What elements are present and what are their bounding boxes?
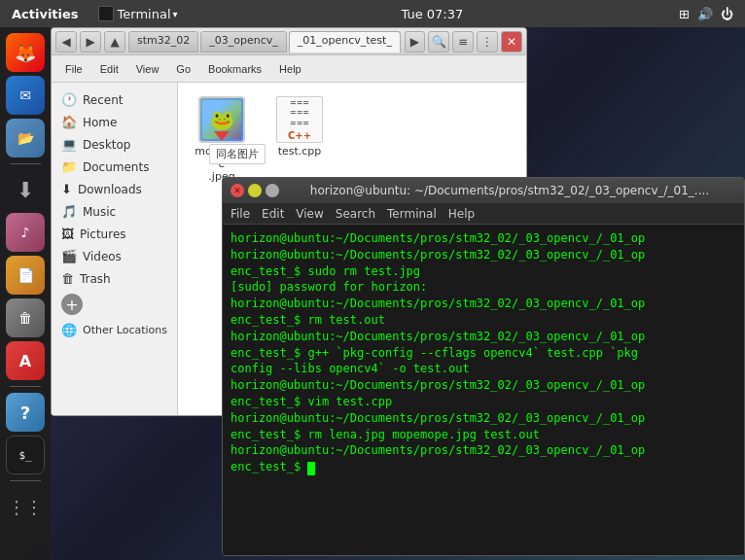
downloads-icon: ⬇ bbox=[61, 182, 72, 196]
term-line-10: horizon@ubuntu:~/Documents/pros/stm32_02… bbox=[231, 377, 736, 394]
pictures-icon: 🖼 bbox=[61, 227, 74, 241]
terminal-minimize-button[interactable] bbox=[248, 184, 262, 197]
fm-search-button[interactable]: 🔍 bbox=[428, 31, 449, 52]
duplicate-tooltip-text: 同名图片 bbox=[216, 148, 259, 160]
sidebar-label-desktop: Desktop bbox=[83, 138, 131, 152]
documents-icon: 📁 bbox=[61, 159, 77, 174]
appstore-icon: A bbox=[19, 352, 31, 370]
power-icon[interactable]: ⏻ bbox=[721, 7, 733, 21]
sidebar-item-videos[interactable]: 🎬 Videos bbox=[52, 245, 177, 267]
fm-back-button[interactable]: ◀ bbox=[55, 31, 77, 52]
dock-docviewer[interactable]: 📄 bbox=[6, 256, 45, 295]
file-item-testcpp[interactable]: === === === C++ test.cpp bbox=[266, 92, 334, 187]
help-icon: ? bbox=[20, 402, 30, 423]
music-folder-icon: 🎵 bbox=[61, 204, 77, 219]
dock-terminal[interactable]: $_ bbox=[6, 436, 45, 474]
fm-forward-button[interactable]: ▶ bbox=[80, 31, 101, 52]
docviewer-icon: 📄 bbox=[18, 267, 34, 283]
terminal-menu-file[interactable]: File bbox=[231, 207, 250, 221]
dock-download[interactable]: ⬇ bbox=[6, 170, 45, 209]
desktop: Activities Terminal ▾ Tue 07:37 ⊞ 🔊 ⏻ 🦊 … bbox=[0, 0, 745, 560]
fm-up-button[interactable]: ▲ bbox=[104, 31, 125, 52]
dock-files[interactable]: 📂 bbox=[6, 119, 45, 158]
fm-menu-help[interactable]: Help bbox=[273, 61, 307, 77]
fm-menu-file[interactable]: File bbox=[59, 61, 89, 77]
fm-view-button[interactable]: ≡ bbox=[452, 31, 474, 52]
sidebar-item-pictures[interactable]: 🖼 Pictures bbox=[52, 223, 177, 245]
term-line-4: [sudo] password for horizon: bbox=[231, 279, 736, 296]
fm-menu-bookmarks[interactable]: Bookmarks bbox=[202, 61, 267, 77]
terminal-close-button[interactable]: ✕ bbox=[231, 184, 244, 197]
fm-tab-opencv-test[interactable]: _01_opencv_test_ bbox=[289, 31, 401, 52]
term-line-8: enc_test_$ g++ `pkg-config --cflags open… bbox=[231, 345, 736, 362]
file-icon-testcpp: === === === C++ bbox=[276, 96, 323, 143]
fm-sidebar: 🕐 Recent 🏠 Home 💻 Desktop 📁 Documents ⬇ bbox=[52, 83, 178, 415]
terminal-maximize-button[interactable] bbox=[266, 184, 279, 197]
dock-firefox[interactable]: 🦊 bbox=[6, 33, 45, 72]
activities-button[interactable]: Activities bbox=[0, 0, 90, 27]
term-line-15: enc_test_$ bbox=[231, 459, 736, 475]
dock-appstore[interactable]: A bbox=[6, 341, 45, 380]
fm-menu-view[interactable]: View bbox=[130, 61, 165, 77]
sidebar-item-desktop[interactable]: 💻 Desktop bbox=[52, 133, 177, 156]
image-emoji: 🐸 bbox=[210, 108, 234, 131]
network-icon[interactable]: ⊞ bbox=[679, 7, 690, 21]
dock-separator-1 bbox=[10, 163, 41, 164]
term-line-12: horizon@ubuntu:~/Documents/pros/stm32_02… bbox=[231, 410, 736, 427]
fm-menu-go[interactable]: Go bbox=[170, 61, 196, 77]
sidebar-item-trash[interactable]: 🗑 Trash bbox=[52, 267, 177, 290]
desktop-icon: 💻 bbox=[61, 137, 77, 152]
dock-trash[interactable]: 🗑 bbox=[6, 298, 45, 337]
top-bar: Activities Terminal ▾ Tue 07:37 ⊞ 🔊 ⏻ bbox=[0, 0, 745, 27]
fm-path-tabs: stm32_02 _03_opencv_ _01_opencv_test_ ▶ bbox=[128, 31, 425, 52]
cpp-file-icon: === === === C++ bbox=[276, 96, 323, 143]
recent-icon: 🕐 bbox=[61, 92, 77, 107]
fm-navbar: ◀ ▶ ▲ stm32_02 _03_opencv_ _01_opencv_te… bbox=[52, 28, 526, 55]
terminal-menu-edit[interactable]: Edit bbox=[262, 207, 284, 221]
sidebar-item-music[interactable]: 🎵 Music bbox=[52, 200, 177, 223]
terminal-menu-terminal[interactable]: Terminal bbox=[387, 207, 437, 221]
fm-tab-opencv[interactable]: _03_opencv_ bbox=[200, 31, 287, 52]
file-item-mopemope[interactable]: 🐸 mopemope.jpeg bbox=[188, 92, 256, 187]
clock-time: Tue 07:37 bbox=[401, 7, 463, 21]
trash-folder-icon: 🗑 bbox=[61, 271, 74, 286]
sidebar-label-home: Home bbox=[83, 116, 117, 129]
fm-menu-edit[interactable]: Edit bbox=[94, 61, 124, 77]
term-line-5: horizon@ubuntu:~/Documents/pros/stm32_02… bbox=[231, 296, 736, 312]
fm-tab-stm32[interactable]: stm32_02 bbox=[128, 31, 198, 52]
fm-tab-next[interactable]: ▶ bbox=[405, 31, 425, 52]
fm-right-buttons: 🔍 ≡ ⋮ ✕ bbox=[428, 31, 522, 52]
terminal-menu-help[interactable]: Help bbox=[448, 207, 475, 221]
sidebar-label-documents: Documents bbox=[83, 160, 149, 174]
sidebar-item-documents[interactable]: 📁 Documents bbox=[52, 156, 177, 178]
download-icon: ⬇ bbox=[17, 178, 34, 202]
dock-thunderbird[interactable]: ✉ bbox=[6, 76, 45, 115]
terminal-dropdown-arrow[interactable]: ▾ bbox=[173, 9, 178, 19]
terminal-taskbar-item[interactable]: Terminal ▾ bbox=[90, 6, 186, 21]
terminal-icon: $_ bbox=[18, 449, 31, 462]
add-bookmark-button[interactable]: + bbox=[61, 294, 83, 315]
sidebar-label-music: Music bbox=[83, 205, 116, 219]
sidebar-item-home[interactable]: 🏠 Home bbox=[52, 111, 177, 133]
fm-close-button[interactable]: ✕ bbox=[501, 31, 522, 52]
terminal-menu-view[interactable]: View bbox=[296, 207, 323, 221]
sidebar-item-downloads[interactable]: ⬇ Downloads bbox=[52, 178, 177, 200]
sidebar-item-other-locations[interactable]: 🌐 Other Locations bbox=[52, 319, 177, 341]
fm-options-button[interactable]: ⋮ bbox=[477, 31, 498, 52]
terminal-window: ✕ horizon@ubuntu: ~/Documents/pros/stm32… bbox=[222, 177, 745, 556]
file-icon-mopemope: 🐸 bbox=[198, 96, 245, 143]
volume-icon[interactable]: 🔊 bbox=[697, 7, 713, 21]
terminal-taskbar-label: Terminal bbox=[118, 7, 171, 21]
terminal-menu-search[interactable]: Search bbox=[336, 207, 375, 221]
dock-separator-2 bbox=[10, 386, 41, 387]
term-line-3: enc_test_$ sudo rm test.jpg bbox=[231, 263, 736, 280]
sidebar-item-recent[interactable]: 🕐 Recent bbox=[52, 88, 177, 111]
terminal-body[interactable]: horizon@ubuntu:~/Documents/pros/stm32_02… bbox=[223, 225, 744, 555]
sidebar-label-videos: Videos bbox=[83, 250, 122, 263]
sidebar-label-other-locations: Other Locations bbox=[83, 324, 167, 336]
dock-applications[interactable]: ⋮⋮ bbox=[6, 487, 45, 526]
dock-help[interactable]: ? bbox=[6, 393, 45, 432]
image-thumbnail: 🐸 bbox=[198, 96, 245, 143]
dock-music[interactable]: ♪ bbox=[6, 213, 45, 252]
term-line-11: enc_test_$ vim test.cpp bbox=[231, 394, 736, 410]
